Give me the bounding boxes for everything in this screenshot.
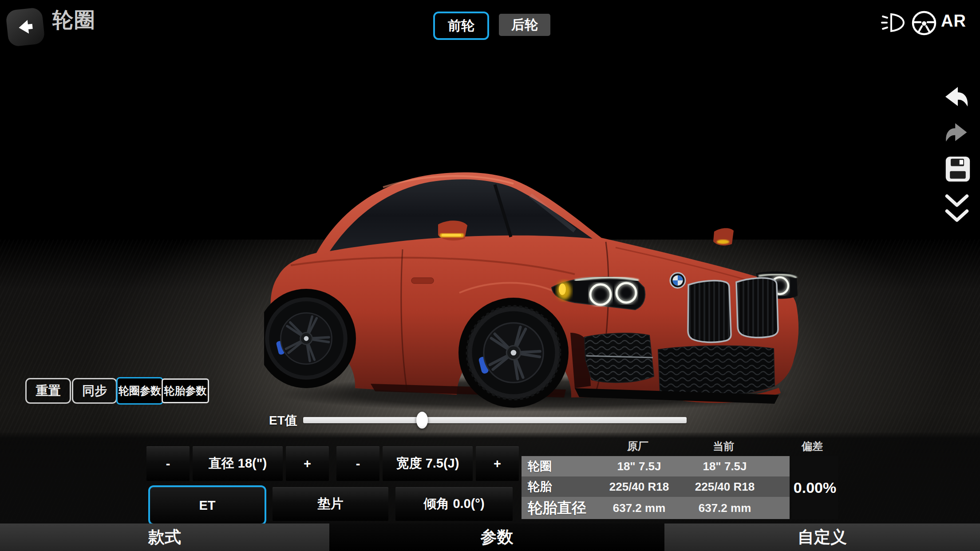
car-3d-view[interactable] bbox=[264, 146, 806, 413]
camber-mode-button[interactable]: 倾角 0.0(°) bbox=[395, 487, 513, 521]
tab-rear-wheel-label: 后轮 bbox=[511, 16, 538, 34]
tab-style-label: 款式 bbox=[148, 526, 181, 548]
row-current-value: 225/40 R18 bbox=[687, 480, 763, 494]
camber-mode-label: 倾角 0.0(°) bbox=[423, 495, 484, 513]
bumper-intake-left bbox=[585, 333, 654, 382]
tab-rear-wheel[interactable]: 后轮 bbox=[499, 14, 550, 36]
save-button[interactable] bbox=[944, 155, 971, 185]
tab-front-wheel-label: 前轮 bbox=[448, 17, 474, 35]
diameter-plus-button[interactable]: + bbox=[286, 446, 329, 481]
undo-icon bbox=[943, 85, 970, 113]
collapse-down-icon bbox=[944, 193, 970, 225]
row-label: 轮圈 bbox=[528, 458, 552, 474]
row-factory-value: 637.2 mm bbox=[601, 501, 677, 515]
ar-mode-button[interactable]: AR bbox=[941, 12, 966, 31]
tab-style[interactable]: 款式 bbox=[0, 523, 329, 551]
diameter-minus-button[interactable]: - bbox=[146, 446, 190, 481]
col-header-factory: 原厂 bbox=[611, 439, 664, 453]
back-arrow-icon bbox=[12, 14, 38, 39]
undo-button[interactable] bbox=[943, 85, 970, 114]
redo-button[interactable] bbox=[944, 122, 969, 149]
minus-label: - bbox=[356, 457, 360, 471]
tab-parameters[interactable]: 参数 bbox=[329, 523, 664, 551]
bmw-roundel bbox=[670, 273, 685, 288]
deviation-value: 0.00% bbox=[792, 456, 838, 519]
width-plus-button[interactable]: + bbox=[476, 446, 519, 481]
row-factory-value: 225/40 R18 bbox=[601, 480, 677, 494]
table-row-rim: 轮圈 18" 7.5J 18" 7.5J bbox=[522, 456, 790, 476]
wheel-configurator-screen: { "header": { "title": "轮圈", "wheel_tabs… bbox=[0, 0, 980, 551]
diameter-label: 直径 18(") bbox=[209, 455, 267, 472]
plus-label: + bbox=[494, 457, 501, 471]
row-label: 轮胎 bbox=[528, 479, 552, 495]
table-row-tire: 轮胎 225/40 R18 225/40 R18 bbox=[522, 476, 790, 497]
et-slider-label: ET值 bbox=[269, 412, 297, 429]
redo-icon bbox=[944, 122, 969, 147]
et-mode-button[interactable]: ET bbox=[148, 485, 266, 525]
deviation-text: 0.00% bbox=[794, 479, 836, 496]
spacer-mode-button[interactable]: 垫片 bbox=[273, 487, 388, 521]
side-mirror-right bbox=[713, 228, 734, 245]
spacer-mode-label: 垫片 bbox=[318, 495, 344, 513]
steering-wheel-icon bbox=[910, 9, 938, 37]
width-value-button[interactable]: 宽度 7.5(J) bbox=[383, 446, 473, 481]
tire-params-label: 轮胎参数 bbox=[164, 384, 207, 398]
et-slider[interactable] bbox=[303, 417, 687, 423]
headlights-toggle-button[interactable] bbox=[881, 12, 906, 34]
rear-wheel bbox=[265, 297, 347, 379]
row-current-value: 637.2 mm bbox=[687, 501, 763, 515]
save-icon bbox=[944, 155, 971, 184]
col-header-deviation: 偏差 bbox=[786, 439, 839, 453]
side-mirror-left bbox=[438, 220, 467, 240]
back-button[interactable] bbox=[5, 7, 45, 47]
sync-label: 同步 bbox=[82, 382, 107, 399]
row-factory-value: 18" 7.5J bbox=[601, 460, 677, 473]
front-wheel bbox=[467, 306, 560, 399]
tire-params-button[interactable]: 轮胎参数 bbox=[162, 378, 209, 403]
et-mode-label: ET bbox=[199, 498, 215, 513]
diameter-value-button[interactable]: 直径 18(") bbox=[193, 446, 283, 481]
row-current-value: 18" 7.5J bbox=[687, 460, 763, 473]
steering-mode-button[interactable] bbox=[910, 9, 938, 37]
collapse-panel-button[interactable] bbox=[944, 193, 970, 227]
tab-custom-label: 自定义 bbox=[798, 526, 847, 548]
col-header-current: 当前 bbox=[697, 439, 750, 453]
plus-label: + bbox=[304, 457, 311, 471]
minus-label: - bbox=[166, 457, 170, 471]
row-label: 轮胎直径 bbox=[528, 498, 586, 518]
sync-button[interactable]: 同步 bbox=[72, 378, 117, 404]
bumper-intake-center bbox=[658, 346, 775, 396]
width-minus-button[interactable]: - bbox=[336, 446, 379, 481]
rim-params-label: 轮圈参数 bbox=[119, 384, 161, 398]
reset-label: 重置 bbox=[36, 382, 61, 399]
headlight-icon bbox=[881, 12, 906, 34]
page-title: 轮圈 bbox=[52, 6, 96, 34]
reset-button[interactable]: 重置 bbox=[25, 378, 71, 404]
table-row-tire-diameter: 轮胎直径 637.2 mm 637.2 mm bbox=[522, 497, 790, 519]
width-label: 宽度 7.5(J) bbox=[396, 455, 459, 472]
tab-parameters-label: 参数 bbox=[481, 526, 514, 548]
et-slider-handle[interactable] bbox=[416, 412, 428, 429]
bottom-tab-bar: 款式 参数 自定义 bbox=[0, 523, 980, 551]
door-handle bbox=[411, 278, 434, 283]
rim-params-button[interactable]: 轮圈参数 bbox=[116, 377, 163, 405]
tab-custom[interactable]: 自定义 bbox=[664, 523, 980, 551]
tab-front-wheel[interactable]: 前轮 bbox=[433, 12, 489, 40]
